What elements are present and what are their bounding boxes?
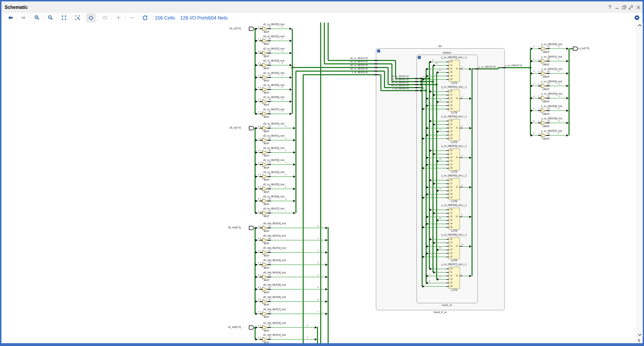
pin-stub <box>260 40 262 41</box>
help-icon[interactable]: ? <box>607 4 613 10</box>
pin-stub <box>260 176 262 177</box>
net-wire <box>439 191 446 191</box>
wire-arrowhead-icon <box>256 100 258 103</box>
net-wire <box>429 283 446 283</box>
zoom-out-button[interactable] <box>46 14 54 22</box>
bit-label: 1 <box>429 154 430 157</box>
net-wire <box>380 75 381 90</box>
buffer-triangle[interactable] <box>541 83 547 88</box>
bit-label: 6 <box>533 120 534 122</box>
add-cell-button[interactable] <box>114 14 122 22</box>
schematic-canvas[interactable]: SVmux4_8_sv−outmuxmux2_sv−0IO0d2_sv_IBUF… <box>2 22 636 343</box>
net-wire <box>429 157 446 158</box>
net-wire <box>439 279 446 280</box>
regenerate-button[interactable] <box>141 14 149 22</box>
pin-stub <box>446 72 449 73</box>
cell-type-label: IBUF <box>264 91 269 94</box>
pin-label: I1 <box>450 182 452 184</box>
back-button[interactable] <box>6 14 14 22</box>
minimize-icon[interactable] <box>614 4 620 10</box>
bit-label: 1 <box>432 88 433 90</box>
pin-stub <box>538 110 541 111</box>
net-wire <box>429 246 446 247</box>
instance-label: d0_vhd_IBUF[6]_inst <box>263 296 286 299</box>
output-port[interactable] <box>573 46 579 51</box>
buffer-triangle[interactable] <box>541 46 547 51</box>
instance-label: d2_sv_IBUF[2]_inst <box>263 47 284 50</box>
wire-arrowhead-icon <box>256 264 258 266</box>
pin-label: I <box>538 132 539 135</box>
pin-stub <box>446 131 449 132</box>
io-ports-count-link[interactable]: 126 I/O Ports <box>180 15 208 21</box>
bit-label: 0 <box>462 66 462 68</box>
close-icon[interactable] <box>635 4 642 10</box>
settings-gear-icon[interactable] <box>633 14 641 22</box>
autofit-selection-button[interactable] <box>87 14 95 22</box>
buffer-triangle[interactable] <box>541 133 547 138</box>
pin-stub <box>268 128 271 129</box>
wire-arrowhead-icon <box>531 97 533 99</box>
net-wire <box>271 152 293 153</box>
pin-stub <box>460 246 462 247</box>
forward-button[interactable] <box>20 14 28 22</box>
cell-type-label: IBUF <box>264 79 269 82</box>
wire-arrowhead-icon <box>293 175 296 178</box>
bit-label: 1 <box>258 38 259 40</box>
bit-label: 3 <box>285 161 286 164</box>
zoom-in-button[interactable] <box>33 14 41 22</box>
pin-stub <box>260 201 262 201</box>
pin-label: I <box>260 324 261 327</box>
cursor-mode-icon[interactable] <box>637 338 642 343</box>
pin-stub <box>446 76 449 76</box>
pin-label: I3 <box>450 248 452 251</box>
instance-label: d0_vhd_IBUF[1]_inst <box>263 234 286 237</box>
scroll-down-icon[interactable] <box>637 333 642 337</box>
wire-arrowhead-icon <box>426 223 429 225</box>
wire-arrowhead-icon <box>469 156 472 159</box>
zoom-to-selection-button[interactable] <box>74 14 82 22</box>
vertical-scrollbar[interactable] <box>636 22 643 338</box>
wire-arrowhead-icon <box>566 97 568 99</box>
pin-stub <box>476 68 479 69</box>
bit-label: 1 <box>429 66 430 68</box>
wire-arrowhead-icon <box>256 40 258 42</box>
wire-arrowhead-icon <box>433 64 436 67</box>
net-label: y_sv_OBUF[7:0] <box>478 66 496 68</box>
buffer-triangle[interactable] <box>541 120 547 125</box>
wire-arrowhead-icon <box>426 164 429 166</box>
pin-label: O <box>269 98 270 101</box>
net-wire <box>533 86 538 86</box>
wire-arrowhead-icon <box>469 216 472 218</box>
remove-cell-button[interactable] <box>128 14 136 22</box>
pin-stub <box>460 69 462 69</box>
cell-type-label: IBUF <box>264 303 269 306</box>
net-wire <box>436 65 446 66</box>
buffer-triangle[interactable] <box>541 59 547 63</box>
expand-cone-button[interactable] <box>101 14 109 22</box>
svg-text:?: ? <box>608 5 612 10</box>
pin-stub <box>446 191 449 191</box>
collapse-button[interactable]: − <box>377 49 380 52</box>
instance-label: d3_sv_IBUF[4]_inst <box>263 171 284 174</box>
zoom-fit-button[interactable] <box>60 14 68 22</box>
cells-count-link[interactable]: 156 Cells <box>155 15 175 21</box>
pin-stub <box>446 286 449 287</box>
net-wire <box>271 176 293 177</box>
buffer-triangle[interactable] <box>541 71 547 76</box>
nets-count-link[interactable]: 504 Nets <box>208 15 228 21</box>
bit-label: 1 <box>436 92 437 94</box>
scroll-up-icon[interactable] <box>637 23 642 27</box>
instance-label: d0_vhd_IBUF[2]_inst <box>263 247 286 249</box>
instance-label: d0_vhd_IBUF[7]_inst <box>263 308 286 311</box>
wire-arrowhead-icon <box>256 127 258 129</box>
net-wire <box>436 124 446 125</box>
float-icon[interactable] <box>628 4 634 10</box>
buffer-triangle[interactable] <box>541 96 547 101</box>
buffer-triangle[interactable] <box>541 108 547 113</box>
restore-icon[interactable] <box>621 4 627 10</box>
pin-stub <box>546 110 550 111</box>
collapse-button[interactable]: − <box>418 56 421 59</box>
pin-label: I4 <box>450 104 452 106</box>
wire-arrowhead-icon <box>566 72 568 75</box>
wire-arrowhead-icon <box>430 179 432 181</box>
